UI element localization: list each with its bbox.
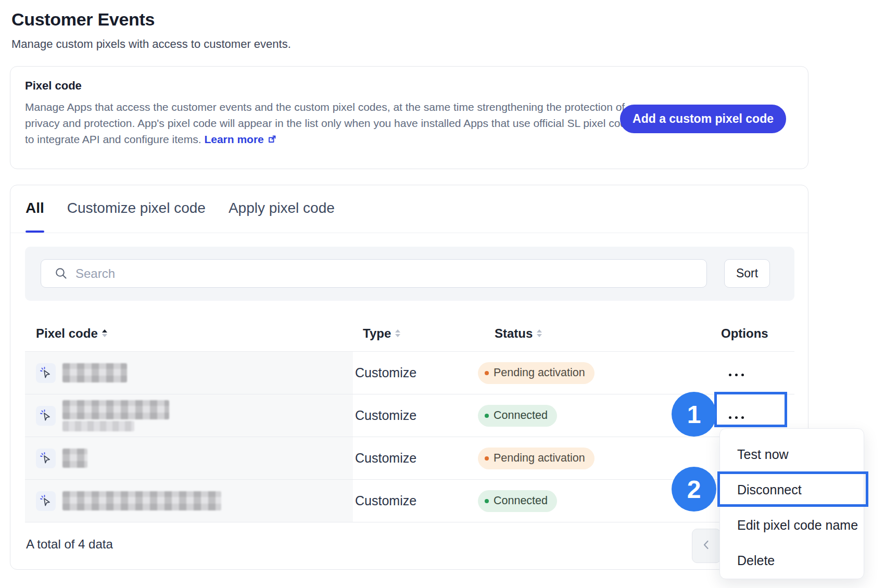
type-cell: Customize: [353, 365, 478, 380]
sort-carets-icon: [102, 329, 107, 337]
page-subtitle: Manage custom pixels with access to cust…: [11, 37, 291, 51]
cursor-click-icon: [36, 363, 56, 383]
search-toolbar: Sort: [25, 247, 794, 301]
pixel-code-card: Pixel code Manage Apps that access the c…: [10, 66, 808, 169]
status-badge: Pending activation: [478, 362, 595, 384]
search-input[interactable]: [41, 259, 707, 288]
chevron-left-icon: [700, 538, 713, 554]
table-row-1: Customize Pending activation: [25, 352, 794, 394]
column-header-pixel-code[interactable]: Pixel code: [36, 326, 107, 341]
description-text: Manage Apps that access the customer eve…: [25, 101, 633, 145]
status-badge: Connected: [478, 490, 557, 512]
status-badge: Pending activation: [478, 448, 595, 469]
column-header-type[interactable]: Type: [363, 326, 400, 341]
pagination-prev-button[interactable]: [692, 529, 721, 563]
type-cell: Customize: [353, 408, 478, 423]
column-header-status[interactable]: Status: [495, 326, 542, 341]
page-title: Customer Events: [11, 9, 155, 30]
learn-more-link[interactable]: Learn more: [204, 133, 276, 145]
annotation-step-2-badge: 2: [672, 467, 716, 512]
blurred-pixel-name: [62, 400, 169, 419]
status-dot-icon: [485, 456, 489, 461]
menu-item-test-now[interactable]: Test now: [720, 437, 864, 472]
step1-highlight-box: [714, 392, 787, 427]
cursor-click-icon: [36, 491, 56, 511]
sort-carets-icon: [537, 329, 542, 337]
table-header: Pixel code Type Status Options: [25, 315, 794, 352]
pixel-list-card: All Customize pixel code Apply pixel cod…: [10, 185, 808, 570]
tab-apply-pixel-code[interactable]: Apply pixel code: [229, 200, 335, 216]
pixel-code-card-title: Pixel code: [25, 79, 82, 93]
step2-highlight-box: [717, 471, 868, 507]
type-cell: Customize: [353, 451, 478, 466]
blurred-pixel-name: [62, 491, 221, 510]
type-cell: Customize: [353, 493, 478, 508]
tabs-divider: [10, 233, 808, 233]
status-dot-icon: [485, 371, 489, 375]
pixel-code-card-description: Manage Apps that access the customer eve…: [25, 99, 633, 148]
menu-item-delete[interactable]: Delete: [720, 543, 864, 578]
options-ellipsis-icon[interactable]: [727, 368, 746, 381]
column-header-options: Options: [721, 326, 768, 340]
cursor-click-icon: [36, 449, 56, 468]
tab-all[interactable]: All: [26, 200, 44, 216]
blurred-pixel-name: [62, 363, 127, 382]
tab-bar: All Customize pixel code Apply pixel cod…: [26, 200, 335, 216]
total-count-text: A total of 4 data: [26, 537, 113, 552]
annotation-step-1-badge: 1: [672, 392, 716, 437]
status-dot-icon: [485, 414, 489, 418]
status-dot-icon: [485, 499, 489, 503]
menu-item-edit-pixel-code-name[interactable]: Edit pixel code name: [720, 507, 864, 543]
add-custom-pixel-code-button[interactable]: Add a custom pixel code: [620, 105, 786, 133]
sort-button[interactable]: Sort: [724, 259, 770, 288]
blurred-pixel-name: [62, 421, 134, 431]
customer-events-page: Customer Events Manage custom pixels wit…: [0, 0, 885, 588]
tab-customize-pixel-code[interactable]: Customize pixel code: [67, 200, 206, 216]
external-link-icon: [267, 132, 277, 148]
cursor-click-icon: [36, 406, 56, 426]
status-badge: Connected: [478, 405, 557, 427]
blurred-pixel-name: [62, 449, 87, 468]
sort-carets-icon: [395, 329, 400, 337]
